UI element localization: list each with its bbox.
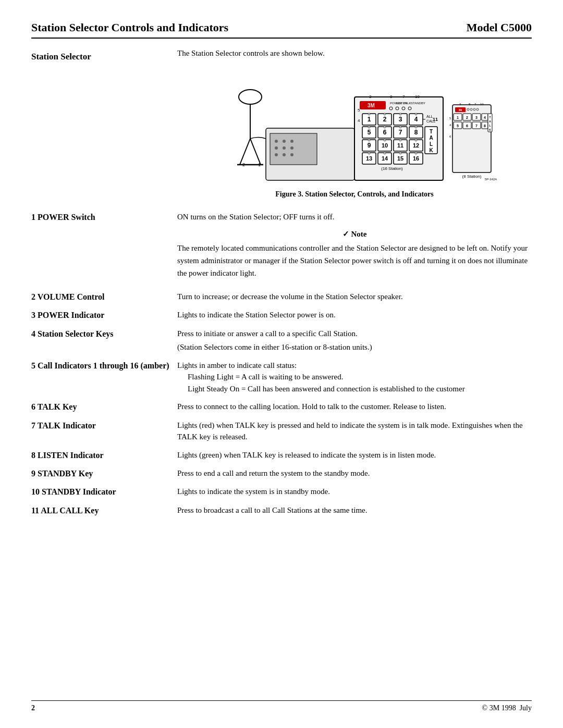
svg-text:4: 4: [414, 116, 418, 123]
svg-point-47: [368, 113, 370, 115]
item-row-9: 9 STANDBY Key Press to end a call and re…: [31, 467, 532, 479]
svg-text:4: 4: [358, 118, 360, 123]
svg-point-12: [290, 146, 293, 150]
item-1-number: 1: [31, 213, 35, 221]
svg-text:15: 15: [397, 155, 403, 162]
item-8-desc: Lights (green) when TALK key is released…: [177, 449, 532, 461]
svg-text:STANDBY: STANDBY: [411, 102, 425, 105]
svg-text:7: 7: [475, 124, 478, 128]
svg-text:3M: 3M: [459, 108, 462, 112]
items-section: 1 POWER Switch ON turns on the Station S…: [31, 211, 532, 516]
item-2-name: VOLUME Control: [38, 292, 105, 301]
item-1-desc: ON turns on the Station Selector; OFF tu…: [177, 211, 532, 285]
svg-point-91: [415, 152, 417, 154]
figure-container: 2 1 3M POWER LISTEN TALK STANDBY: [177, 63, 532, 199]
svg-text:2: 2: [383, 116, 387, 123]
svg-text:10: 10: [415, 94, 420, 99]
svg-point-7: [275, 140, 278, 143]
item-9-number: 9: [31, 469, 35, 478]
item-10-desc: Lights to indicate the system is in stan…: [177, 486, 532, 498]
svg-point-88: [368, 152, 370, 154]
item-2-number: 2: [31, 292, 35, 301]
svg-point-13: [275, 153, 278, 156]
svg-line-3: [250, 139, 261, 165]
page-footer: 2 © 3M 1998 July: [31, 700, 532, 712]
svg-text:6: 6: [449, 135, 451, 138]
svg-text:12: 12: [413, 142, 419, 149]
svg-point-76: [368, 139, 370, 141]
svg-text:ALL: ALL: [426, 115, 433, 118]
item-row-10: 10 STANDBY Indicator Lights to indicate …: [31, 486, 532, 498]
svg-text:13: 13: [366, 155, 372, 162]
item-9-name: STANDBY Key: [38, 469, 93, 478]
item-1-label: 1 POWER Switch: [31, 211, 177, 223]
svg-text:5: 5: [449, 117, 451, 120]
item-4-number: 4: [31, 329, 35, 338]
svg-text:16: 16: [413, 155, 419, 162]
section-label: Station Selector: [31, 49, 177, 206]
svg-point-10: [275, 146, 278, 150]
header-title: Station Selector Controls and Indicators: [31, 21, 228, 34]
item-11-desc: Press to broadcast a call to all Call St…: [177, 504, 532, 516]
item-3-label: 3 POWER Indicator: [31, 309, 177, 321]
item-3-name: POWER Indicator: [38, 311, 104, 319]
svg-text:K: K: [489, 128, 491, 131]
svg-text:(16 Station): (16 Station): [381, 166, 403, 171]
footer-page-number: 2: [31, 704, 35, 712]
svg-text:2: 2: [242, 162, 245, 167]
item-10-label: 10 STANDBY Indicator: [31, 486, 177, 498]
svg-text:7: 7: [399, 129, 402, 136]
item-5-bullet2: Light Steady On = Call has been answered…: [177, 383, 532, 395]
item-3-desc: Lights to indicate the Station Selector …: [177, 309, 532, 321]
item-row-4: 4 Station Selector Keys Press to initiat…: [31, 328, 532, 353]
svg-text:1: 1: [258, 162, 261, 167]
svg-point-60: [384, 126, 386, 128]
item-5-desc: Lights in amber to indicate call status:…: [177, 360, 532, 395]
svg-text:TALK: TALK: [403, 102, 411, 105]
svg-text:T: T: [430, 129, 433, 134]
item-5-bullet1: Flashing Light = A call is waiting to be…: [177, 371, 532, 383]
item-4-note: (Station Selectors come in either 16-sta…: [177, 341, 532, 353]
item-6-desc: Press to connect to the calling location…: [177, 401, 532, 413]
svg-text:5: 5: [358, 108, 360, 113]
svg-text:8: 8: [414, 129, 418, 136]
item-7-name: TALK Indicator: [38, 421, 96, 430]
item-7-number: 7: [31, 421, 35, 430]
svg-text:4: 4: [449, 124, 451, 127]
svg-text:8: 8: [390, 94, 393, 99]
item-row-2: 2 VOLUME Control Turn to increase; or de…: [31, 291, 532, 303]
item-4-desc: Press to initiate or answer a call to a …: [177, 328, 532, 353]
svg-point-59: [368, 126, 370, 128]
item-4-label: 4 Station Selector Keys: [31, 328, 177, 340]
item-row-11: 11 ALL CALL Key Press to broadcast a cal…: [31, 504, 532, 516]
svg-text:11: 11: [397, 142, 403, 149]
svg-text:1: 1: [457, 116, 459, 119]
item-row-1: 1 POWER Switch ON turns on the Station S…: [31, 211, 532, 285]
note-section: Note The remotely located communications…: [177, 228, 532, 280]
item-row-6: 6 TALK Key Press to connect to the calli…: [31, 401, 532, 413]
svg-point-15: [290, 153, 293, 156]
item-7-label: 7 TALK Indicator: [31, 419, 177, 431]
item-5-number: 5: [31, 361, 35, 370]
item-6-name: TALK Key: [38, 402, 77, 411]
svg-text:9: 9: [368, 142, 371, 149]
svg-point-0: [239, 90, 262, 104]
svg-point-78: [399, 139, 401, 141]
svg-point-49: [399, 113, 401, 115]
station-selector-intro: Station Selector The Station Selector co…: [31, 49, 532, 206]
svg-point-9: [290, 140, 293, 143]
svg-text:L: L: [489, 124, 491, 127]
svg-point-62: [415, 126, 417, 128]
svg-text:5P-342A: 5P-342A: [485, 178, 497, 181]
item-4-name: Station Selector Keys: [38, 329, 113, 338]
item-6-label: 6 TALK Key: [31, 401, 177, 413]
svg-point-11: [283, 146, 286, 150]
svg-text:3: 3: [369, 94, 372, 99]
item-row-5: 5 Call Indicators 1 through 16 (amber) L…: [31, 360, 532, 395]
svg-text:1: 1: [368, 116, 371, 123]
svg-text:3: 3: [475, 116, 478, 119]
svg-text:14: 14: [382, 155, 388, 162]
svg-text:A: A: [489, 120, 491, 123]
note-title: Note: [177, 228, 532, 240]
station-diagram: 2 1 3M POWER LISTEN TALK STANDBY: [209, 63, 500, 188]
